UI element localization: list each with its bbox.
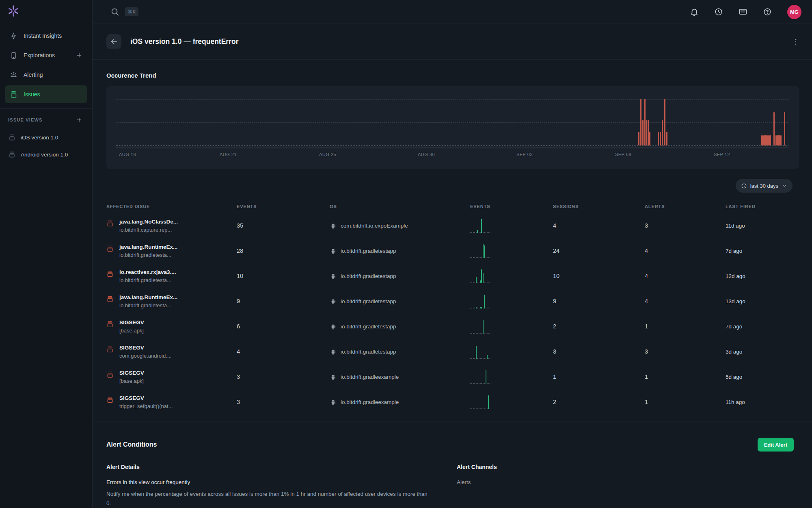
edit-alert-button[interactable]: Edit Alert (758, 438, 794, 452)
tablet-icon (10, 52, 17, 59)
events-count: 35 (237, 222, 330, 229)
alert-conditions-header: Alert Conditions Edit Alert (106, 438, 799, 452)
main-area: ⌘K MG iOS version 1.0 — frequentError (93, 0, 812, 508)
x-axis-tick-label: AUG 21 (220, 152, 237, 157)
topbar-right: MG (690, 5, 801, 19)
issue-cell: SIGSEGV[base.apk] (106, 370, 237, 384)
sessions-count: 1 (553, 373, 645, 380)
table-row[interactable]: java.lang.RuntimeEx...io.bitdrift.gradle… (106, 289, 799, 314)
issue-title: SIGSEGV (119, 319, 144, 326)
last-fired: 7d ago (726, 323, 799, 330)
alerts-count: 1 (645, 399, 726, 405)
os-cell: io.bitdrift.gradletestapp (330, 247, 470, 254)
col-events-spark: EVENTS (470, 204, 553, 209)
notifications-bell-icon[interactable] (690, 7, 699, 16)
android-icon (330, 273, 337, 280)
alert-name: Errors in this view occur frequently (106, 479, 457, 485)
alert-channels-column: Alert Channels Alerts (457, 464, 799, 508)
sidebar-item-explorations[interactable]: Explorations (5, 46, 87, 64)
events-count: 6 (237, 323, 330, 330)
changelog-panel-icon[interactable] (739, 7, 747, 16)
issues-table: AFFECTED ISSUE EVENTS OS EVENTS SESSIONS… (106, 204, 799, 415)
user-avatar[interactable]: MG (787, 5, 801, 19)
sidebar-item-instant-insights[interactable]: Instant Insights (5, 27, 87, 45)
table-row[interactable]: SIGSEGVtrigger_sefgault()(nat...3io.bitd… (106, 389, 799, 415)
last-fired: 5d ago (726, 374, 799, 380)
alert-channels-value: Alerts (457, 479, 799, 485)
issue-subtitle: io.bitdrift.gradletesta... (119, 302, 177, 308)
x-axis-tick-label: AUG 25 (319, 152, 336, 157)
events-count: 3 (237, 373, 330, 380)
help-icon[interactable] (763, 7, 772, 16)
table-row[interactable]: java.lang.RuntimeEx...io.bitdrift.gradle… (106, 238, 799, 263)
issue-views-section-header: ISSUE VIEWS (8, 117, 82, 123)
col-sessions: SESSIONS (553, 204, 645, 209)
os-app-id: io.bitdrift.gradleexample (341, 399, 399, 405)
history-clock-icon[interactable] (714, 7, 723, 16)
page-title: iOS version 1.0 — frequentError (130, 37, 238, 46)
alert-details-column: Alert Details Errors in this view occur … (106, 464, 457, 508)
issue-view-label: iOS version 1.0 (21, 135, 58, 141)
gridline-dotted (116, 145, 788, 146)
events-sparkline (470, 343, 553, 360)
issue-box-icon (106, 371, 114, 378)
table-row[interactable]: java.lang.NoClassDe...io.bitdrift.captur… (106, 213, 799, 238)
events-sparkline (470, 242, 553, 259)
issue-title: SIGSEGV (119, 395, 173, 401)
issue-view-android-version-1-0[interactable]: Android version 1.0 (0, 146, 92, 163)
app-logo-icon[interactable] (7, 5, 19, 17)
table-row[interactable]: SIGSEGVcom.google.android....4io.bitdrif… (106, 339, 799, 364)
occurrence-bar (640, 99, 641, 145)
table-row[interactable]: io.reactivex.rxjava3....io.bitdrift.grad… (106, 263, 799, 289)
occurrence-bar (773, 112, 775, 145)
x-axis-line (116, 148, 788, 148)
os-cell: io.bitdrift.gradleexample (330, 373, 470, 380)
search-icon[interactable] (110, 7, 119, 16)
os-app-id: io.bitdrift.gradletestapp (341, 273, 396, 279)
issue-box-icon (106, 245, 114, 252)
alert-description: Notify me when the percentage of events … (106, 490, 431, 508)
occurrence-bar (666, 132, 667, 145)
sidebar-item-label: Issues (24, 91, 40, 98)
issue-box-icon (106, 270, 114, 278)
os-cell: io.bitdrift.gradletestapp (330, 348, 470, 355)
sidebar-item-alerting[interactable]: Alerting (5, 66, 87, 84)
issue-view-ios-version-1-0[interactable]: iOS version 1.0 (0, 129, 92, 146)
occurrence-bar (780, 135, 782, 145)
sidebar-nav: Instant InsightsExplorationsAlertingIssu… (5, 27, 87, 103)
back-button[interactable] (106, 34, 121, 49)
issue-title: java.lang.RuntimeEx... (119, 294, 177, 300)
issue-cell: io.reactivex.rxjava3....io.bitdrift.grad… (106, 269, 237, 283)
chevron-down-icon (782, 183, 787, 189)
sidebar-item-issues[interactable]: Issues (5, 85, 87, 103)
issue-cell: java.lang.RuntimeEx...io.bitdrift.gradle… (106, 244, 237, 258)
occurrence-bar (664, 99, 665, 145)
time-range-dropdown[interactable]: last 30 days (736, 179, 793, 193)
issue-cell: SIGSEGVtrigger_sefgault()(nat... (106, 395, 237, 409)
sidebar-item-label: Explorations (24, 52, 55, 59)
events-count: 28 (237, 247, 330, 254)
table-row[interactable]: SIGSEGV[base.apk]6io.bitdrift.gradletest… (106, 314, 799, 339)
android-icon (330, 298, 337, 305)
add-explorations-button[interactable] (76, 52, 82, 59)
kebab-menu-icon[interactable] (792, 38, 800, 46)
os-app-id: io.bitdrift.gradletestapp (341, 298, 396, 304)
events-sparkline (470, 368, 553, 385)
table-row[interactable]: SIGSEGV[base.apk]3io.bitdrift.gradleexam… (106, 364, 799, 389)
issue-view-label: Android version 1.0 (21, 152, 68, 158)
sessions-count: 2 (553, 323, 645, 330)
alerts-count: 3 (645, 222, 726, 229)
occurrence-bar (770, 135, 771, 145)
os-cell: io.bitdrift.gradletestapp (330, 323, 470, 330)
x-axis-tick-label: AUG 30 (418, 152, 435, 157)
issue-subtitle: [base.apk] (119, 328, 144, 334)
issue-subtitle: io.bitdrift.capture.rep... (119, 227, 178, 233)
chart-title: Occurence Trend (106, 72, 799, 79)
add-issue-view-button[interactable] (76, 117, 82, 123)
archive-icon (9, 151, 15, 158)
occurrence-bar (646, 120, 647, 145)
issues-table-body: java.lang.NoClassDe...io.bitdrift.captur… (106, 213, 799, 415)
occurrence-bar (638, 132, 639, 145)
clock-icon (741, 183, 747, 189)
sessions-count: 9 (553, 298, 645, 304)
